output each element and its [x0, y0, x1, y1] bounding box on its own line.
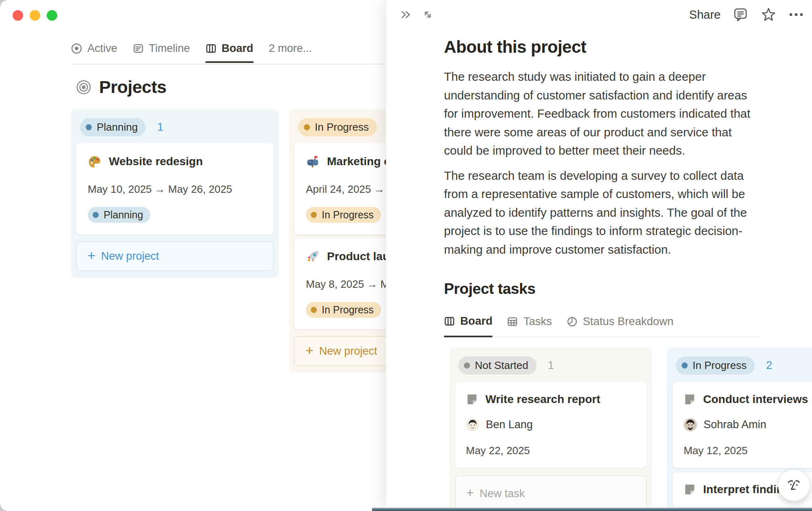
status-label: In Progress [315, 121, 369, 134]
column-count: 2 [766, 359, 772, 372]
minimize-window-button[interactable] [30, 10, 40, 21]
status-badge-planning: Planning [80, 118, 146, 136]
doc-heading: About this project [444, 37, 760, 57]
bullseye-icon [76, 79, 92, 95]
status-dot [304, 124, 310, 130]
close-side-peek-icon[interactable] [399, 8, 412, 21]
tab-more-views[interactable]: 2 more... [269, 42, 312, 61]
assignee-name: Ben Lang [486, 418, 533, 431]
page-title: Projects [76, 77, 167, 97]
new-project-button-planning[interactable]: + New project [76, 241, 274, 271]
mailbox-icon [306, 155, 320, 168]
panel-nav-left [399, 8, 434, 21]
tab-label: Status Breakdown [583, 315, 673, 328]
tasks-board: Not Started 1 Write research report [449, 347, 760, 511]
tab-label: Board [460, 315, 492, 328]
more-options-icon[interactable] [789, 12, 803, 17]
window-bottom-edge [372, 508, 812, 511]
card-status-tag: Planning [88, 207, 150, 223]
rocket-icon [306, 250, 320, 263]
status-dot [311, 212, 317, 218]
new-project-label: New project [319, 345, 377, 358]
window-corner-bottom-left [0, 505, 6, 511]
task-page-icon [684, 483, 696, 496]
tab-tasks-table[interactable]: Tasks [507, 315, 552, 336]
status-badge-in-progress: In Progress [298, 118, 377, 136]
column-header: In Progress 2 [667, 349, 812, 378]
task-title: Write research report [485, 393, 600, 406]
tab-timeline-view[interactable]: Timeline [133, 42, 190, 61]
assignee-row: Sohrab Amin [684, 418, 812, 431]
task-page-icon [466, 393, 478, 405]
status-badge-in-progress: In Progress [676, 356, 755, 375]
status-dot [93, 212, 99, 218]
doc-paragraph: The research team is developing a survey… [444, 166, 760, 259]
status-label: Planning [97, 121, 138, 134]
status-badge-not-started: Not Started [458, 356, 537, 375]
doc-paragraph: The research study was initiated to gain… [444, 67, 760, 160]
notion-ai-button[interactable] [778, 469, 810, 501]
column-count: 1 [548, 359, 554, 372]
avatar-ben-lang [466, 418, 479, 431]
table-icon [507, 316, 518, 327]
new-task-button[interactable]: + New task [455, 475, 647, 511]
board-icon [206, 43, 217, 54]
plus-icon: + [466, 486, 474, 499]
card-date-range: May 10, 2025 → May 26, 2025 [88, 183, 262, 196]
timeline-icon [133, 43, 144, 54]
favorite-star-icon[interactable] [760, 6, 777, 23]
task-card-conduct-interviews[interactable]: Conduct interviews Sohrab [673, 382, 812, 468]
project-card-website-redesign[interactable]: Website redesign May 10, 2025 → May 26, … [76, 143, 274, 235]
plus-icon: + [305, 343, 314, 357]
tab-label: Active [87, 42, 117, 55]
column-header: Not Started 1 [449, 349, 652, 378]
page-title-text: Projects [99, 77, 167, 97]
status-dot [682, 362, 688, 369]
task-date: May 12, 2025 [684, 444, 812, 457]
database-view-tabs: Active Timeline Board 2 more... [71, 42, 312, 63]
card-title: Website redesign [109, 155, 203, 168]
plus-icon: + [87, 248, 95, 262]
tab-active-view[interactable]: Active [71, 42, 117, 61]
tasks-view-tabs: Board Tasks Status Break [444, 315, 760, 337]
tab-label: Tasks [523, 315, 552, 328]
tab-label: Timeline [149, 42, 190, 55]
assignee-row: Ben Lang [466, 418, 636, 431]
card-title: Marketing c [327, 155, 390, 168]
task-card-write-research-report[interactable]: Write research report Ben [455, 382, 647, 468]
tab-label: 2 more... [269, 42, 312, 55]
pie-chart-icon [567, 316, 578, 327]
assignee-name: Sohrab Amin [704, 418, 767, 431]
board-icon [444, 316, 455, 327]
card-status-tag: In Progress [306, 207, 381, 223]
task-title: Conduct interviews [703, 393, 808, 406]
task-page-icon [684, 393, 696, 405]
avatar-sohrab-amin [684, 418, 697, 431]
status-label: In Progress [322, 209, 374, 221]
new-task-label: New task [480, 487, 525, 500]
tab-board-view[interactable]: Board [206, 42, 253, 63]
status-label: Not Started [475, 359, 528, 372]
status-label: Planning [104, 209, 143, 221]
task-column-not-started: Not Started 1 Write research report [449, 347, 652, 511]
column-header: Planning 1 [71, 111, 279, 140]
board-column-planning: Planning 1 Website redesign May 10, 2025… [71, 109, 279, 278]
star-circle-icon [71, 43, 82, 54]
tab-label: Board [222, 42, 253, 55]
zoom-window-button[interactable] [47, 10, 57, 21]
tab-tasks-board[interactable]: Board [444, 315, 492, 337]
new-project-label: New project [101, 250, 159, 263]
card-status-tag: In Progress [306, 302, 381, 318]
column-count: 1 [157, 121, 163, 134]
tab-status-breakdown[interactable]: Status Breakdown [567, 315, 673, 336]
status-label: In Progress [693, 359, 747, 372]
view-tabs-divider [71, 64, 386, 65]
side-peek-panel: Share About this project The research st… [386, 0, 812, 511]
expand-page-icon[interactable] [421, 8, 434, 21]
task-date: May 22, 2025 [466, 444, 636, 457]
tasks-heading: Project tasks [444, 280, 760, 298]
window-controls [13, 10, 57, 21]
close-window-button[interactable] [13, 10, 23, 21]
window-corner-top-left [0, 0, 6, 6]
status-label: In Progress [322, 304, 374, 316]
